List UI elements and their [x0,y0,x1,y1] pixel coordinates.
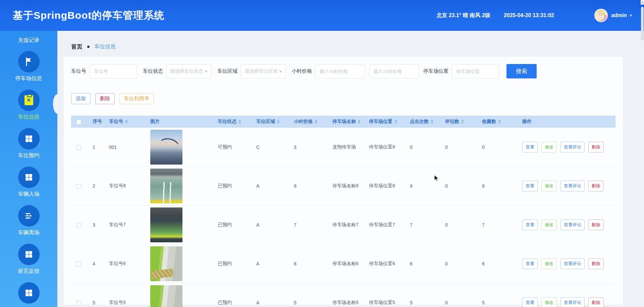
sidebar-item-vehicle-exit[interactable]: 车辆离场 [0,205,57,236]
sidebar-item-parking-spot-info[interactable]: ✕ 车位信息 [0,89,57,120]
cell-favorites: 5 [470,283,513,307]
sidebar-item-label: 停车场信息 [15,75,42,82]
col-clicks[interactable]: 点击次数 [398,116,433,128]
cell-price: 6 [280,244,318,283]
sidebar-item-vehicle-entry[interactable]: 车辆入场 [0,167,57,197]
edit-button[interactable]: 修改 [541,297,557,307]
col-area[interactable]: 车位区域 [242,116,280,128]
sidebar-item-recharge-records[interactable]: 充值记录 [0,37,57,44]
cell-park-location: 停车场位置8 [357,128,398,167]
sort-icon[interactable] [238,120,241,124]
row-delete-button[interactable]: 删除 [588,220,604,230]
delete-button[interactable]: 删除 [95,93,115,104]
edit-button[interactable]: 修改 [541,181,557,191]
spot-photo[interactable] [150,207,182,242]
spot-status-select[interactable]: 请选择车位状态 ▼ [166,64,212,78]
sidebar-item-spot-reservation[interactable]: 车位预约 [0,128,57,159]
view-button[interactable]: 查看 [522,297,538,307]
view-button[interactable]: 查看 [522,258,538,269]
select-all-checkbox[interactable] [76,120,81,124]
scrollbar-thumb[interactable] [641,7,644,40]
table-header-row: 序号 车位号 图片 车位状态 车位区域 小时价格 停车场名称 停车场位置 点击次… [71,116,615,128]
row-delete-button[interactable]: 删除 [588,297,604,307]
cell-spot-no: 车位号8 [103,167,142,205]
view-comments-button[interactable]: 查看评论 [560,258,585,269]
cell-area: A [242,205,280,244]
sort-icon[interactable] [431,120,433,124]
cell-photo [142,283,204,307]
col-park-name[interactable]: 停车场名称 [318,116,357,128]
spot-area-placeholder: 请选择车位区域 [245,68,277,74]
table-row: 2 车位号8 已预约 A 8 停车场名称8 停车场位置8 9 0 9 查看 修改… [71,167,615,205]
row-checkbox[interactable] [76,145,81,150]
sort-icon[interactable] [461,120,464,124]
col-comments[interactable]: 评论数 [433,116,470,128]
sort-icon[interactable] [315,120,317,124]
sidebar-item-label: 车位预约 [18,152,40,159]
row-checkbox[interactable] [76,301,81,305]
cell-spot-no: 车位号7 [103,205,142,244]
search-button[interactable]: 搜索 [506,64,537,78]
view-comments-button[interactable]: 查看评论 [560,142,585,152]
row-checkbox[interactable] [76,184,81,189]
breadcrumb-home[interactable]: 首页 [71,43,83,51]
spot-photo[interactable] [150,130,182,165]
spot-photo[interactable] [150,246,182,281]
row-checkbox[interactable] [76,262,81,266]
chevron-down-icon[interactable]: ▼ [629,13,633,17]
breadcrumb-current[interactable]: 车位信息 [94,43,116,50]
view-button[interactable]: 查看 [522,220,538,230]
spot-status-placeholder: 请选择车位状态 [170,68,203,74]
sidebar-item-feedback[interactable]: 留言反馈 [0,244,57,274]
weather-status: 北京 23.1° 晴 南风 2级 [436,12,490,19]
cell-spot-no: 车位号6 [103,244,142,283]
user-avatar[interactable] [594,9,608,22]
view-button[interactable]: 查看 [522,142,538,152]
table-body: 1 001 可预约 C 3 龙翔停车场 停车场位置8 0 0 0 查看 修改 查… [71,128,615,307]
sidebar-item-parking-lot-info[interactable]: 停车场信息 [0,51,57,82]
row-delete-button[interactable]: 删除 [588,142,604,152]
row-checkbox-cell [71,205,85,244]
sort-icon[interactable] [125,120,128,124]
lot-location-input[interactable] [452,64,499,78]
edit-button[interactable]: 修改 [541,220,557,230]
row-checkbox[interactable] [76,223,81,228]
view-comments-button[interactable]: 查看评论 [560,220,585,230]
edit-button[interactable]: 修改 [541,258,557,269]
sort-icon[interactable] [498,120,501,124]
max-price-input[interactable] [369,64,419,78]
col-spot-no[interactable]: 车位号 [103,116,142,128]
view-comments-button[interactable]: 查看评论 [560,181,585,191]
spot-area-select[interactable]: 请选择车位区域 ▼ [241,64,286,78]
spots-table: 序号 车位号 图片 车位状态 车位区域 小时价格 停车场名称 停车场位置 点击次… [71,116,615,307]
cell-spot-no: 001 [103,128,142,167]
utilization-button[interactable]: 车位利用率 [119,93,154,104]
sort-icon[interactable] [358,120,361,124]
col-index: 序号 [85,116,103,128]
col-price[interactable]: 小时价格 [280,116,318,128]
username-label[interactable]: admin [611,12,627,18]
sort-icon[interactable] [394,120,397,124]
view-comments-button[interactable]: 查看评论 [560,297,585,307]
spot-no-input[interactable] [90,64,137,78]
cell-index: 2 [85,167,103,205]
col-park-location[interactable]: 停车场位置 [357,116,398,128]
sidebar-item-partial[interactable] [0,282,57,306]
scrollbar-up-arrow[interactable]: ▲ [641,0,644,5]
sidebar-item-label: 留言反馈 [18,268,40,274]
cell-park-location: 停车场位置6 [357,244,398,283]
sort-icon[interactable] [277,120,280,124]
add-button[interactable]: 添加 [71,93,91,104]
row-delete-button[interactable]: 删除 [588,258,604,269]
spot-photo[interactable] [150,285,182,307]
col-status[interactable]: 车位状态 [204,116,242,128]
view-button[interactable]: 查看 [522,181,538,191]
cell-clicks: 0 [398,128,433,167]
edit-button[interactable]: 修改 [541,142,557,152]
table-row: 4 车位号6 已预约 A 6 停车场名称6 停车场位置6 6 0 6 查看 修改… [71,244,615,283]
sidebar-item-label: 车辆离场 [18,229,40,236]
spot-photo[interactable] [150,169,182,203]
min-price-input[interactable] [315,64,365,78]
row-delete-button[interactable]: 删除 [588,181,604,191]
col-favorites[interactable]: 收藏数 [470,116,513,128]
